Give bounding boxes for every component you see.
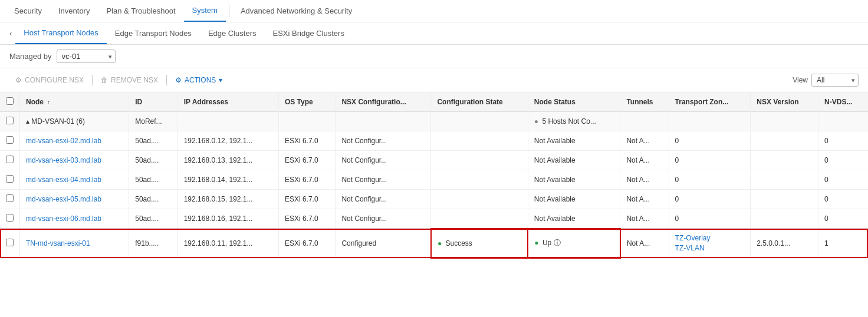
select-all-checkbox[interactable] (6, 97, 14, 105)
row-checkbox-cell[interactable] (0, 170, 20, 190)
node-name: ▴ MD-VSAN-01 (6) (20, 112, 129, 131)
node-config-state (431, 112, 528, 131)
col-nvds[interactable]: N-VDS... (818, 93, 868, 112)
col-ip[interactable]: IP Addresses (177, 93, 278, 112)
node-name[interactable]: md-vsan-esxi-06.md.lab (20, 209, 129, 229)
row-checkbox-cell[interactable] (0, 131, 20, 151)
node-ip: 192.168.0.13, 192.1... (177, 151, 278, 170)
col-tunnels[interactable]: Tunnels (620, 93, 669, 112)
col-node-status[interactable]: Node Status (528, 93, 620, 112)
node-status: Not Available (528, 131, 620, 151)
top-nav-item-system[interactable]: System (184, 0, 226, 22)
row-checkbox[interactable] (6, 239, 14, 246)
node-ip (177, 112, 278, 131)
tab-edge-transport[interactable]: Edge Transport Nodes (107, 23, 200, 44)
row-checkbox-cell[interactable] (0, 151, 20, 170)
node-tunnels: Not A... (620, 209, 669, 229)
row-checkbox[interactable] (6, 214, 14, 222)
node-transport-zone: 0 (669, 209, 751, 229)
node-config-state (431, 131, 528, 151)
tab-host-transport[interactable]: Host Transport Nodes (15, 22, 106, 44)
back-button[interactable]: ‹ (6, 23, 15, 44)
node-config-state (431, 151, 528, 170)
row-checkbox-cell[interactable] (0, 229, 20, 259)
node-config-state (431, 170, 528, 190)
tz-overlay[interactable]: TZ-Overlay (675, 233, 745, 243)
col-os[interactable]: OS Type (278, 93, 336, 112)
configure-nsx-button[interactable]: ⚙ CONFIGURE NSX (9, 73, 90, 87)
table-row: md-vsan-esxi-03.md.lab 50ad.... 192.168.… (0, 151, 868, 170)
node-config-state (431, 209, 528, 229)
top-nav-item-advanced[interactable]: Advanced Networking & Security (232, 1, 360, 21)
top-nav-item-plan[interactable]: Plan & Troubleshoot (98, 1, 183, 21)
remove-nsx-button[interactable]: 🗑 REMOVE NSX (95, 73, 164, 87)
node-nsx-config: Configured (336, 229, 431, 259)
node-status: Not Available (528, 209, 620, 229)
remove-icon: 🗑 (101, 76, 108, 84)
node-name[interactable]: md-vsan-esxi-04.md.lab (20, 170, 129, 190)
tz-vlan[interactable]: TZ-VLAN (675, 243, 745, 253)
row-checkbox[interactable] (6, 175, 14, 183)
node-transport-zone: 0 (669, 131, 751, 151)
node-name[interactable]: md-vsan-esxi-05.md.lab (20, 190, 129, 209)
col-id[interactable]: ID (129, 93, 177, 112)
col-nsx-config[interactable]: NSX Configuratio... (336, 93, 431, 112)
node-nsx-config: Not Configur... (336, 209, 431, 229)
node-nvds: 0 (818, 131, 868, 151)
toolbar-separator-2 (166, 75, 167, 85)
row-checkbox[interactable] (6, 156, 14, 163)
chevron-down-icon: ▾ (219, 76, 222, 84)
row-checkbox-cell[interactable] (0, 209, 20, 229)
node-nsx-version (751, 209, 818, 229)
node-transport-zone: 0 (669, 190, 751, 209)
row-checkbox-cell[interactable] (0, 112, 20, 131)
table-row: md-vsan-esxi-05.md.lab 50ad.... 192.168.… (0, 190, 868, 209)
node-os: ESXi 6.7.0 (278, 170, 336, 190)
tab-edge-clusters[interactable]: Edge Clusters (200, 23, 265, 44)
row-checkbox[interactable] (6, 136, 14, 144)
sub-tabs: ‹ Host Transport Nodes Edge Transport No… (0, 22, 868, 45)
col-node[interactable]: Node ↑ (20, 93, 129, 112)
top-nav-item-security[interactable]: Security (6, 1, 50, 21)
node-nvds: 0 (818, 209, 868, 229)
node-nsx-config: Not Configur... (336, 131, 431, 151)
node-transport-zone: 0 (669, 151, 751, 170)
node-id: 50ad.... (129, 151, 177, 170)
node-name[interactable]: TN-md-vsan-esxi-01 (20, 229, 129, 259)
node-status: ● Up ⓘ (528, 229, 620, 259)
node-nsx-version: 2.5.0.0.1... (751, 229, 818, 259)
node-status: Not Available (528, 190, 620, 209)
row-checkbox-cell[interactable] (0, 190, 20, 209)
node-name[interactable]: md-vsan-esxi-03.md.lab (20, 151, 129, 170)
node-transport-zone: 0 (669, 170, 751, 190)
table-row: md-vsan-esxi-04.md.lab 50ad.... 192.168.… (0, 170, 868, 190)
node-ip: 192.168.0.16, 192.1... (177, 209, 278, 229)
col-nsx-version[interactable]: NSX Version (751, 93, 818, 112)
col-transport-zone[interactable]: Transport Zon... (669, 93, 751, 112)
row-checkbox[interactable] (6, 117, 14, 124)
node-nsx-version (751, 190, 818, 209)
node-transport-zone: TZ-Overlay TZ-VLAN (669, 229, 751, 259)
node-tunnels (620, 112, 669, 131)
col-config-state[interactable]: Configuration State (431, 93, 528, 112)
table-header-row: Node ↑ ID IP Addresses OS Type NSX Confi… (0, 93, 868, 112)
node-ip: 192.168.0.15, 192.1... (177, 190, 278, 209)
configure-icon: ⚙ (15, 76, 22, 84)
node-tunnels: Not A... (620, 131, 669, 151)
toolbar-separator-1 (92, 75, 93, 85)
actions-label: ACTIONS (185, 76, 216, 84)
tab-esxi-bridge[interactable]: ESXi Bridge Clusters (265, 23, 353, 44)
actions-button[interactable]: ⚙ ACTIONS ▾ (169, 73, 228, 87)
node-name[interactable]: md-vsan-esxi-02.md.lab (20, 131, 129, 151)
select-all-header[interactable] (0, 93, 20, 112)
view-select-wrapper: All (811, 74, 859, 87)
node-config-state: ● Success (431, 229, 528, 259)
managed-by-select[interactable]: vc-01 (57, 49, 116, 63)
table-container: Node ↑ ID IP Addresses OS Type NSX Confi… (0, 93, 868, 259)
view-select[interactable]: All (811, 74, 859, 87)
row-checkbox[interactable] (6, 194, 14, 202)
top-nav-item-inventory[interactable]: Inventory (50, 1, 98, 21)
node-id: 50ad.... (129, 209, 177, 229)
managed-by-select-wrapper: vc-01 (57, 49, 116, 63)
node-nsx-version (751, 151, 818, 170)
